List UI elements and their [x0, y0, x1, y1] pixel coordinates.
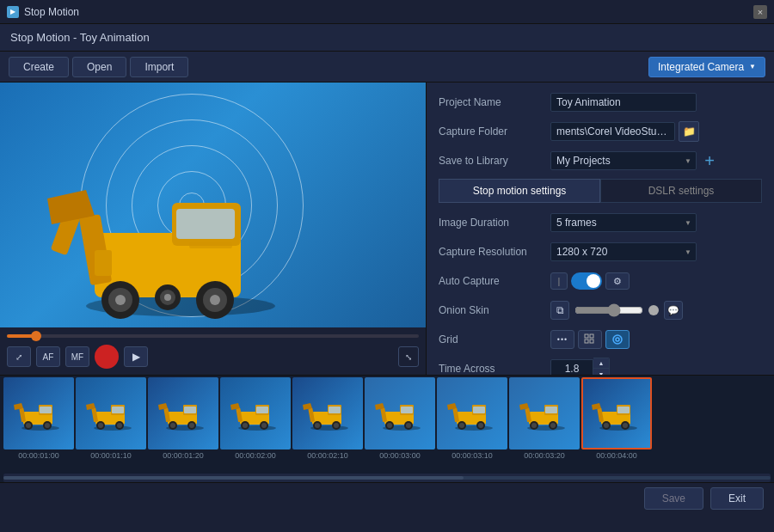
timestamp-label: 00:00:01:20	[148, 451, 218, 465]
scrollbar-area[interactable]	[0, 474, 774, 482]
auto-capture-settings-button[interactable]: ⚙	[605, 272, 630, 290]
image-duration-select[interactable]: 5 frames 10 frames 15 frames	[550, 213, 697, 232]
save-library-select[interactable]: My Projects	[550, 151, 697, 170]
time-across-input[interactable]	[550, 359, 593, 375]
film-frame[interactable]	[292, 377, 363, 449]
grid-squares-icon	[584, 333, 596, 345]
camera-dropdown[interactable]: Integrated Camera ▼	[648, 57, 765, 77]
timestamp-label: 00:00:03:10	[437, 451, 507, 465]
toggle-off-button[interactable]: |	[550, 272, 568, 290]
browse-folder-button[interactable]: 📁	[679, 121, 699, 142]
main-content: ⤢ AF MF ▶ ⤡ Project Name Capture Folder …	[0, 83, 774, 375]
filmstrip-scroll[interactable]	[0, 376, 774, 451]
title-text: Stop Motion	[24, 6, 79, 18]
grid-squares-button[interactable]	[578, 330, 602, 349]
fullscreen-button[interactable]: ⤡	[398, 346, 419, 367]
auto-capture-label: Auto Capture	[439, 275, 550, 287]
grid-circle-icon	[611, 333, 624, 345]
mf-button[interactable]: MF	[65, 346, 89, 367]
onion-end-icon: 💬	[667, 305, 679, 316]
svg-rect-26	[40, 407, 52, 413]
subtitle-text: Stop Motion - Toy Animation	[10, 31, 150, 44]
svg-rect-20	[590, 339, 593, 343]
progress-track[interactable]	[7, 334, 419, 338]
time-spinners: ▲ ▼	[593, 358, 610, 375]
auto-capture-row: Auto Capture | ⚙	[439, 270, 762, 292]
onion-skin-slider[interactable]	[574, 303, 643, 317]
timestamps-row: 00:00:01:0000:00:01:1000:00:01:2000:00:0…	[0, 451, 774, 465]
svg-point-64	[315, 423, 320, 428]
svg-point-30	[45, 423, 50, 428]
svg-rect-89	[545, 407, 557, 413]
film-frame[interactable]	[437, 377, 507, 449]
project-name-input[interactable]	[550, 93, 697, 112]
onion-layers-button[interactable]: ⧉	[550, 301, 569, 320]
close-button[interactable]: ×	[753, 5, 767, 19]
progress-bar-container[interactable]	[7, 331, 419, 341]
onion-end-button[interactable]: 💬	[664, 301, 683, 320]
svg-rect-15	[95, 250, 112, 276]
create-button[interactable]: Create	[9, 57, 69, 77]
capture-resolution-select[interactable]: 1280 x 720 1920 x 1080 640 x 480	[550, 242, 697, 261]
time-across-input-group: ▲ ▼	[550, 358, 610, 375]
time-spin-down[interactable]: ▼	[593, 369, 609, 375]
exit-button[interactable]: Exit	[710, 487, 764, 510]
svg-point-75	[406, 423, 411, 428]
svg-rect-44	[184, 407, 196, 413]
save-library-row: Save to Library My Projects +	[439, 150, 762, 172]
grid-dots-button[interactable]: •••	[550, 330, 574, 349]
svg-rect-62	[329, 407, 341, 413]
film-frame[interactable]	[3, 377, 74, 449]
time-spin-up[interactable]: ▲	[593, 358, 609, 369]
filmstrip-area: 00:00:01:0000:00:01:1000:00:01:2000:00:0…	[0, 375, 774, 474]
film-frame[interactable]	[581, 377, 652, 449]
play-button[interactable]: ▶	[124, 346, 148, 367]
time-across-row: Time Across ▲ ▼	[439, 358, 762, 375]
capture-folder-input[interactable]	[550, 122, 675, 141]
toggle-on-button[interactable]	[571, 272, 602, 290]
tab-stop-motion[interactable]: Stop motion settings	[439, 179, 600, 203]
film-frame[interactable]	[220, 377, 291, 449]
progress-thumb[interactable]	[31, 331, 41, 341]
svg-point-21	[613, 335, 622, 344]
af-button[interactable]: AF	[36, 346, 60, 367]
svg-point-48	[189, 423, 194, 428]
record-button[interactable]	[95, 345, 119, 369]
svg-rect-17	[585, 334, 588, 338]
time-across-label: Time Across	[439, 363, 550, 375]
layers-icon: ⧉	[556, 304, 564, 316]
svg-point-82	[459, 423, 464, 428]
tab-dslr[interactable]: DSLR settings	[600, 179, 762, 203]
film-frame[interactable]	[148, 377, 218, 449]
add-library-button[interactable]: +	[700, 151, 719, 170]
svg-rect-71	[401, 407, 413, 413]
svg-point-57	[261, 423, 267, 428]
film-frame[interactable]	[509, 377, 580, 449]
svg-rect-80	[473, 407, 485, 413]
svg-point-93	[550, 423, 556, 428]
project-name-label: Project Name	[439, 96, 550, 108]
timestamp-label: 00:00:01:00	[3, 451, 74, 465]
import-button[interactable]: Import	[130, 57, 188, 77]
capture-resolution-row: Capture Resolution 1280 x 720 1920 x 108…	[439, 241, 762, 263]
video-controls: ⤢ AF MF ▶ ⤡	[0, 327, 426, 375]
svg-rect-18	[590, 334, 593, 338]
film-frame[interactable]	[76, 377, 146, 449]
toolbar: Create Open Import Integrated Camera ▼	[0, 52, 774, 83]
image-duration-row: Image Duration 5 frames 10 frames 15 fra…	[439, 211, 762, 234]
video-background	[0, 83, 426, 327]
svg-rect-35	[112, 407, 124, 413]
settings-tabs: Stop motion settings DSLR settings	[439, 179, 762, 203]
fit-screen-button[interactable]: ⤢	[7, 346, 31, 367]
open-button[interactable]: Open	[72, 57, 126, 77]
toggle-thumb	[587, 274, 600, 288]
auto-capture-controls: | ⚙	[550, 272, 630, 290]
film-frame[interactable]	[365, 377, 435, 449]
grid-circle-button[interactable]	[605, 330, 630, 349]
capture-resolution-wrapper: 1280 x 720 1920 x 1080 640 x 480	[550, 242, 697, 261]
save-button[interactable]: Save	[644, 487, 703, 510]
onion-skin-label: Onion Skin	[439, 304, 550, 316]
timestamp-label: 00:00:01:10	[76, 451, 146, 465]
svg-rect-53	[256, 407, 268, 413]
svg-point-22	[616, 338, 619, 341]
